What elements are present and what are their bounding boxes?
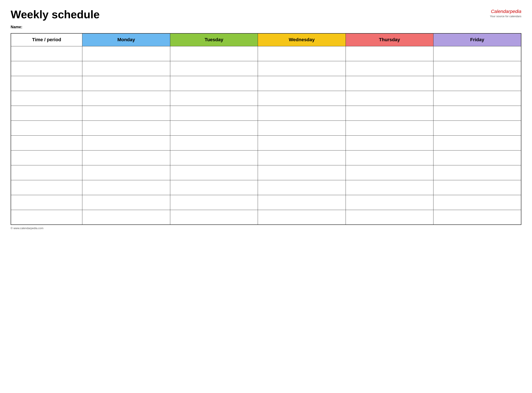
table-row [11,91,521,106]
col-header-time: Time / period [11,33,82,46]
table-row [11,46,521,61]
table-cell [346,46,433,61]
table-cell [433,210,521,225]
table-cell [170,135,258,150]
table-cell [11,165,82,180]
table-cell [258,150,346,165]
table-cell [346,91,433,106]
table-cell [170,150,258,165]
table-cell [346,121,433,135]
brand-tagline: Your source for calendars [490,15,521,18]
header-row: Time / period Monday Tuesday Wednesday T… [11,33,521,46]
table-cell [170,165,258,180]
table-cell [170,46,258,61]
col-header-thursday: Thursday [346,33,433,46]
table-cell [433,46,521,61]
table-cell [11,180,82,195]
schedule-table: Time / period Monday Tuesday Wednesday T… [11,33,521,225]
table-cell [82,46,170,61]
table-cell [170,91,258,106]
table-cell [11,61,82,76]
table-cell [170,195,258,210]
table-cell [170,106,258,121]
brand-logo: Calendarpedia Your source for calendars [490,9,521,18]
table-cell [346,165,433,180]
table-cell [346,76,433,91]
table-cell [82,210,170,225]
table-body [11,46,521,225]
page-title: Weekly schedule [11,9,100,21]
table-cell [433,76,521,91]
col-header-friday: Friday [433,33,521,46]
table-row [11,150,521,165]
table-cell [433,135,521,150]
table-cell [258,195,346,210]
copyright-text: © www.calendarpedia.com [11,226,43,230]
table-cell [433,106,521,121]
table-cell [433,195,521,210]
footer: © www.calendarpedia.com [11,226,521,230]
table-cell [11,135,82,150]
table-cell [11,150,82,165]
table-cell [11,91,82,106]
table-cell [170,180,258,195]
table-cell [82,195,170,210]
table-cell [258,135,346,150]
table-cell [11,210,82,225]
table-cell [11,121,82,135]
table-cell [346,150,433,165]
table-cell [11,195,82,210]
table-cell [82,121,170,135]
table-cell [433,91,521,106]
table-cell [433,61,521,76]
col-header-monday: Monday [82,33,170,46]
page-header: Weekly schedule Calendarpedia Your sourc… [11,9,521,21]
table-row [11,135,521,150]
table-cell [82,180,170,195]
table-row [11,210,521,225]
table-cell [346,61,433,76]
table-cell [258,91,346,106]
table-cell [258,76,346,91]
table-cell [82,165,170,180]
table-row [11,165,521,180]
table-cell [433,180,521,195]
col-header-wednesday: Wednesday [258,33,346,46]
table-cell [170,210,258,225]
table-cell [11,76,82,91]
table-cell [346,210,433,225]
name-section: Name: [11,25,521,29]
table-cell [11,106,82,121]
table-row [11,61,521,76]
table-cell [346,106,433,121]
col-header-tuesday: Tuesday [170,33,258,46]
table-row [11,121,521,135]
table-cell [258,46,346,61]
table-cell [82,135,170,150]
table-cell [170,61,258,76]
table-cell [11,46,82,61]
brand-name-part2: pedia [510,9,521,14]
table-row [11,195,521,210]
table-cell [82,61,170,76]
table-cell [258,180,346,195]
table-cell [82,150,170,165]
table-cell [258,106,346,121]
table-cell [82,106,170,121]
table-cell [170,121,258,135]
table-cell [433,165,521,180]
table-cell [258,121,346,135]
table-cell [170,76,258,91]
table-row [11,106,521,121]
brand-name-part1: Calendar [491,9,510,14]
table-cell [82,91,170,106]
table-row [11,76,521,91]
table-cell [258,61,346,76]
table-cell [346,195,433,210]
table-cell [258,165,346,180]
table-cell [433,121,521,135]
brand-name: Calendarpedia [490,9,521,15]
table-cell [346,135,433,150]
table-row [11,180,521,195]
table-cell [258,210,346,225]
